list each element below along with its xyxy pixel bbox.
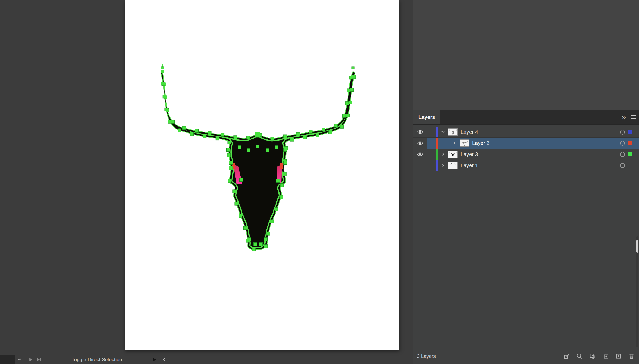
layer-name[interactable]: Layer 4: [461, 129, 478, 135]
selection-color-square[interactable]: [628, 130, 632, 134]
collect-for-export-icon[interactable]: [563, 353, 570, 360]
skull-artwork[interactable]: [125, 0, 399, 350]
selection-color-square[interactable]: [628, 141, 632, 145]
selection-color-square[interactable]: [628, 152, 632, 156]
layer-thumbnail[interactable]: [460, 139, 469, 147]
panel-menu-icon[interactable]: [631, 115, 636, 119]
layer-thumbnail[interactable]: [448, 151, 458, 158]
locate-object-icon[interactable]: [576, 353, 583, 360]
visibility-cell[interactable]: [413, 138, 427, 149]
layer-row-layer-1[interactable]: Layer 1: [413, 160, 639, 171]
layers-panel-header: Layers »: [413, 110, 639, 125]
scrollbar-thumb[interactable]: [636, 240, 638, 253]
skull-shape[interactable]: [161, 72, 355, 250]
target-circle-icon[interactable]: [620, 163, 625, 168]
new-sublayer-icon[interactable]: [602, 353, 609, 360]
expand-chevron-icon[interactable]: [440, 129, 446, 135]
chevron-down-icon[interactable]: [17, 355, 21, 364]
layer-color-strip: [436, 149, 438, 160]
nav-last-icon[interactable]: [37, 355, 42, 364]
eye-icon[interactable]: [417, 141, 424, 146]
artboard[interactable]: [125, 0, 399, 350]
layer-thumbnail[interactable]: [448, 162, 458, 169]
eye-icon[interactable]: [417, 152, 424, 157]
nav-next-icon[interactable]: [29, 355, 33, 364]
right-dock: Layers »: [413, 0, 639, 364]
layer-row-layer-3[interactable]: Layer 3: [413, 149, 639, 160]
collapse-panel-icon[interactable]: »: [622, 114, 626, 121]
expand-chevron-icon[interactable]: [452, 141, 457, 146]
eye-icon[interactable]: [417, 129, 424, 135]
layers-panel: Layers »: [413, 110, 639, 364]
layer-color-strip: [436, 127, 438, 137]
panel-scrollbar[interactable]: [636, 236, 638, 347]
play-triangle-icon[interactable]: [153, 355, 156, 364]
target-circle-icon[interactable]: [620, 152, 625, 157]
layer-count-text: 3 Layers: [417, 353, 436, 359]
layers-list: Layer 4: [413, 124, 639, 348]
visibility-cell[interactable]: [413, 149, 427, 160]
layer-color-strip: [436, 138, 438, 149]
layer-name[interactable]: Layer 1: [461, 163, 478, 169]
layer-name[interactable]: Layer 3: [461, 151, 478, 157]
make-clipping-mask-icon[interactable]: [589, 353, 596, 360]
layer-thumbnail[interactable]: [448, 128, 458, 136]
layer-color-strip: [436, 160, 438, 171]
visibility-cell[interactable]: [413, 160, 427, 171]
layer-name[interactable]: Layer 2: [472, 140, 490, 146]
layer-row-layer-2[interactable]: Layer 2: [413, 138, 639, 149]
canvas-pasteboard[interactable]: Toggle Direct Selection: [0, 0, 413, 364]
chevron-left-icon[interactable]: [162, 355, 166, 364]
canvas-status-bar: Toggle Direct Selection: [0, 355, 413, 364]
delete-layer-icon[interactable]: [628, 353, 635, 360]
visibility-cell[interactable]: [413, 127, 427, 137]
tool-hint-text: Toggle Direct Selection: [72, 357, 122, 362]
scroll-corner: [0, 355, 15, 364]
expand-chevron-icon[interactable]: [440, 152, 446, 157]
layer-row-layer-4[interactable]: Layer 4: [413, 127, 639, 138]
layers-panel-footer: 3 Layers: [413, 348, 639, 364]
layers-tab-label: Layers: [418, 114, 435, 120]
new-layer-icon[interactable]: [615, 353, 622, 360]
target-circle-icon[interactable]: [620, 141, 625, 146]
target-circle-icon[interactable]: [620, 130, 625, 135]
expand-chevron-icon[interactable]: [440, 163, 446, 168]
tab-layers[interactable]: Layers: [413, 110, 440, 124]
